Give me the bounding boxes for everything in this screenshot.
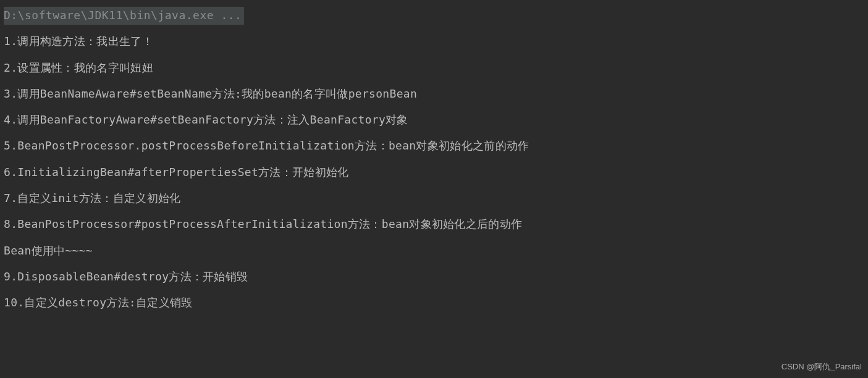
console-output-line: 10.自定义destroy方法:自定义销毁	[4, 290, 868, 316]
console-output-line: 1.调用构造方法：我出生了！	[4, 28, 868, 54]
console-output-line: 5.BeanPostProcessor.postProcessBeforeIni…	[4, 133, 868, 159]
console-output-line: 4.调用BeanFactoryAware#setBeanFactory方法：注入…	[4, 107, 868, 133]
console-output-line: Bean使用中~~~~	[4, 238, 868, 264]
console-output-line: 2.设置属性：我的名字叫妞妞	[4, 55, 868, 81]
command-line: D:\software\JDK11\bin\java.exe ...	[4, 7, 244, 25]
console-output-line: 3.调用BeanNameAware#setBeanName方法:我的bean的名…	[4, 81, 868, 107]
watermark: CSDN @阿仇_Parsifal	[782, 358, 862, 377]
console-output-line: 8.BeanPostProcessor#postProcessAfterInit…	[4, 211, 868, 237]
console-output-line: 6.InitializingBean#afterPropertiesSet方法：…	[4, 159, 868, 185]
console-output-line: 9.DisposableBean#destroy方法：开始销毁	[4, 264, 868, 290]
console-output-line: 7.自定义init方法：自定义初始化	[4, 185, 868, 211]
